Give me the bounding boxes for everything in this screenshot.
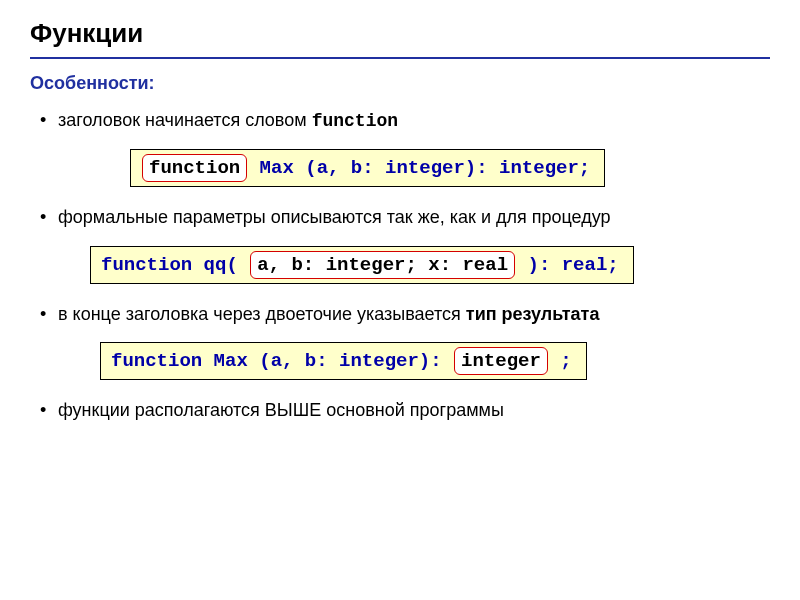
feature-list-cont2: в конце заголовка через двоеточие указыв… — [30, 302, 770, 326]
code2-post: ): real; — [516, 254, 619, 276]
bullet-3-pre: в конце заголовка через двоеточие указыв… — [58, 304, 466, 324]
code-example-1: function Max (a, b: integer): integer; — [130, 149, 605, 187]
code1-rest: Max (a, b: integer): integer; — [248, 157, 590, 179]
feature-list: заголовок начинается словом function — [30, 108, 770, 133]
slide-title: Функции — [30, 18, 770, 59]
bullet-3: в конце заголовка через двоеточие указыв… — [58, 302, 770, 326]
feature-list-cont3: функции располагаются ВЫШЕ основной прог… — [30, 398, 770, 422]
bullet-2-text: формальные параметры описываются так же,… — [58, 207, 611, 227]
bullet-1-text: заголовок начинается словом — [58, 110, 312, 130]
code1-highlight: function — [142, 154, 247, 182]
code3-highlight: integer — [454, 347, 548, 375]
code3-pre: function Max (a, b: integer): — [111, 350, 453, 372]
bullet-4-caps: ВЫШЕ — [265, 400, 321, 420]
bullet-2: формальные параметры описываются так же,… — [58, 205, 770, 229]
bullet-1-keyword: function — [312, 111, 398, 131]
code-example-2: function qq( a, b: integer; x: real ): r… — [90, 246, 634, 284]
bullet-4-pre: функции располагаются — [58, 400, 265, 420]
bullet-3-bold: тип результата — [466, 304, 600, 324]
bullet-4-post: основной программы — [321, 400, 504, 420]
code2-pre: function qq( — [101, 254, 249, 276]
section-subtitle: Особенности: — [30, 73, 770, 94]
code3-post: ; — [549, 350, 572, 372]
code-example-3: function Max (a, b: integer): integer ; — [100, 342, 587, 380]
code2-highlight: a, b: integer; x: real — [250, 251, 515, 279]
bullet-1: заголовок начинается словом function — [58, 108, 770, 133]
feature-list-cont1: формальные параметры описываются так же,… — [30, 205, 770, 229]
bullet-4: функции располагаются ВЫШЕ основной прог… — [58, 398, 770, 422]
